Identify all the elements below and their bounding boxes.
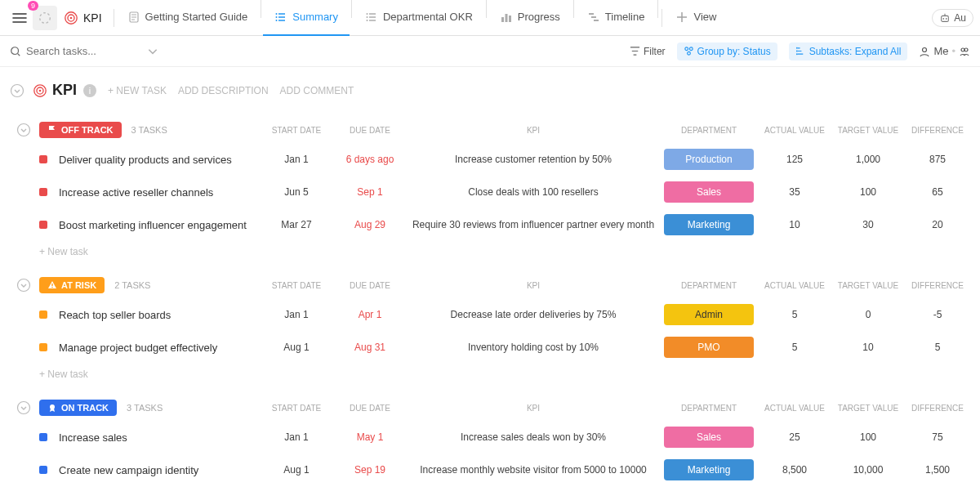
start-date[interactable]: Aug 1 — [260, 464, 333, 476]
actual-value[interactable]: 5 — [758, 309, 831, 320]
tab-timeline[interactable]: Timeline — [576, 0, 657, 36]
task-name[interactable]: Deliver quality products and services — [59, 154, 260, 166]
new-task-link[interactable]: + New task — [0, 241, 980, 262]
due-date[interactable]: 6 days ago — [333, 154, 407, 165]
collapse-icon[interactable] — [16, 278, 31, 293]
start-date[interactable]: Jan 1 — [260, 431, 333, 443]
dept-cell[interactable]: PMO — [660, 337, 758, 358]
menu-icon[interactable] — [11, 10, 28, 26]
due-date[interactable]: Apr 1 — [333, 309, 407, 320]
chevron-down-icon[interactable] — [147, 46, 158, 57]
dept-cell[interactable]: Marketing — [660, 459, 758, 480]
status-square-icon[interactable] — [39, 155, 47, 163]
task-row[interactable]: Boost marketing influencer engagementMar… — [0, 208, 980, 241]
start-date[interactable]: Jan 1 — [260, 154, 333, 165]
start-date[interactable]: Jun 5 — [260, 186, 333, 198]
status-square-icon[interactable] — [39, 311, 47, 319]
filter-button[interactable]: Filter — [630, 46, 666, 57]
tab-progress[interactable]: Progress — [488, 0, 572, 36]
dept-cell[interactable]: Sales — [660, 427, 758, 448]
start-date[interactable]: Aug 1 — [260, 342, 333, 353]
difference-value[interactable]: 20 — [905, 219, 970, 230]
tab-summary[interactable]: Summary — [263, 0, 350, 36]
status-chip[interactable]: ON TRACK — [39, 400, 117, 416]
tab-departmental-okr[interactable]: Departmental OKR — [354, 0, 484, 36]
due-date[interactable]: Sep 1 — [333, 186, 407, 198]
assignee-filter[interactable]: Me • — [919, 45, 970, 57]
breadcrumb-title[interactable]: KPI — [83, 11, 102, 25]
dept-cell[interactable]: Admin — [660, 304, 758, 325]
task-row[interactable]: Deliver quality products and servicesJan… — [0, 143, 980, 176]
target-value[interactable]: 1,000 — [831, 154, 905, 165]
task-row[interactable]: Increase salesJan 1May 1Increase sales d… — [0, 421, 980, 453]
kpi-text[interactable]: Inventory holding cost by 10% — [407, 342, 660, 353]
status-square-icon[interactable] — [39, 466, 47, 474]
status-square-icon[interactable] — [39, 221, 47, 229]
actual-value[interactable]: 125 — [758, 154, 831, 165]
task-name[interactable]: Manage project budget effectively — [59, 342, 260, 354]
search-box[interactable] — [10, 45, 163, 57]
actual-value[interactable]: 25 — [758, 431, 831, 443]
kpi-text[interactable]: Require 30 reviews from influencer partn… — [407, 219, 660, 230]
task-name[interactable]: Reach top seller boards — [59, 309, 260, 321]
subtasks-button[interactable]: Subtasks: Expand All — [789, 42, 908, 60]
target-value[interactable]: 10,000 — [831, 464, 905, 476]
start-date[interactable]: Mar 27 — [260, 219, 333, 230]
automation-button[interactable]: Au — [932, 9, 973, 27]
status-square-icon[interactable] — [39, 343, 47, 351]
dept-cell[interactable]: Sales — [660, 181, 758, 203]
kpi-text[interactable]: Close deals with 100 resellers — [407, 186, 660, 198]
task-row[interactable]: Reach top seller boardsJan 1Apr 1Decreas… — [0, 298, 980, 331]
difference-value[interactable]: 1,500 — [905, 464, 970, 476]
due-date[interactable]: Sep 19 — [333, 464, 407, 476]
new-task-link[interactable]: + New task — [0, 364, 980, 385]
status-chip[interactable]: OFF TRACK — [39, 122, 122, 138]
workspace-switch[interactable]: 9 — [33, 6, 57, 30]
task-row[interactable]: Increase active reseller channelsJun 5Se… — [0, 176, 980, 208]
task-name[interactable]: Increase active reseller channels — [59, 186, 260, 199]
search-input[interactable] — [26, 45, 124, 57]
task-name[interactable]: Boost marketing influencer engagement — [59, 219, 260, 231]
group-by-button[interactable]: Group by: Status — [677, 42, 777, 60]
kpi-text[interactable]: Decrease late order deliveries by 75% — [407, 309, 660, 320]
collapse-all-icon[interactable] — [10, 83, 24, 98]
dept-cell[interactable]: Production — [660, 149, 758, 170]
task-name[interactable]: Increase sales — [59, 431, 260, 444]
add-view-button[interactable]: View — [664, 0, 728, 36]
difference-value[interactable]: 875 — [905, 154, 970, 165]
task-row[interactable]: Create new campaign identityAug 1Sep 19I… — [0, 453, 980, 486]
target-value[interactable]: 100 — [831, 186, 905, 198]
status-square-icon[interactable] — [39, 433, 47, 441]
start-date[interactable]: Jan 1 — [260, 309, 333, 320]
add-comment-button[interactable]: ADD COMMENT — [280, 85, 354, 96]
tab-getting-started-guide[interactable]: Getting Started Guide — [116, 0, 260, 36]
kpi-text[interactable]: Increase monthly website visitor from 50… — [407, 464, 660, 476]
target-value[interactable]: 0 — [831, 309, 905, 320]
task-name[interactable]: Create new campaign identity — [59, 464, 260, 476]
difference-value[interactable]: 75 — [905, 431, 970, 443]
due-date[interactable]: Aug 31 — [333, 342, 407, 353]
kpi-text[interactable]: Increase customer retention by 50% — [407, 154, 660, 165]
actual-value[interactable]: 35 — [758, 186, 831, 198]
due-date[interactable]: Aug 29 — [333, 219, 407, 230]
target-value[interactable]: 10 — [831, 342, 905, 353]
target-value[interactable]: 100 — [831, 431, 905, 443]
difference-value[interactable]: 5 — [905, 342, 970, 353]
kpi-text[interactable]: Increase sales deals won by 30% — [407, 431, 660, 443]
task-row[interactable]: Manage project budget effectivelyAug 1Au… — [0, 331, 980, 364]
actual-value[interactable]: 5 — [758, 342, 831, 353]
dept-cell[interactable]: Marketing — [660, 214, 758, 235]
actual-value[interactable]: 10 — [758, 219, 831, 230]
status-square-icon[interactable] — [39, 188, 47, 196]
info-icon[interactable]: i — [83, 84, 96, 97]
target-value[interactable]: 30 — [831, 219, 905, 230]
status-chip[interactable]: AT RISK — [39, 277, 105, 293]
difference-value[interactable]: -5 — [905, 309, 970, 320]
collapse-icon[interactable] — [16, 400, 31, 415]
add-description-button[interactable]: ADD DESCRIPTION — [178, 85, 269, 96]
difference-value[interactable]: 65 — [905, 186, 970, 198]
collapse-icon[interactable] — [16, 123, 31, 137]
actual-value[interactable]: 8,500 — [758, 464, 831, 476]
due-date[interactable]: May 1 — [333, 431, 407, 443]
new-task-button[interactable]: + NEW TASK — [108, 85, 167, 96]
